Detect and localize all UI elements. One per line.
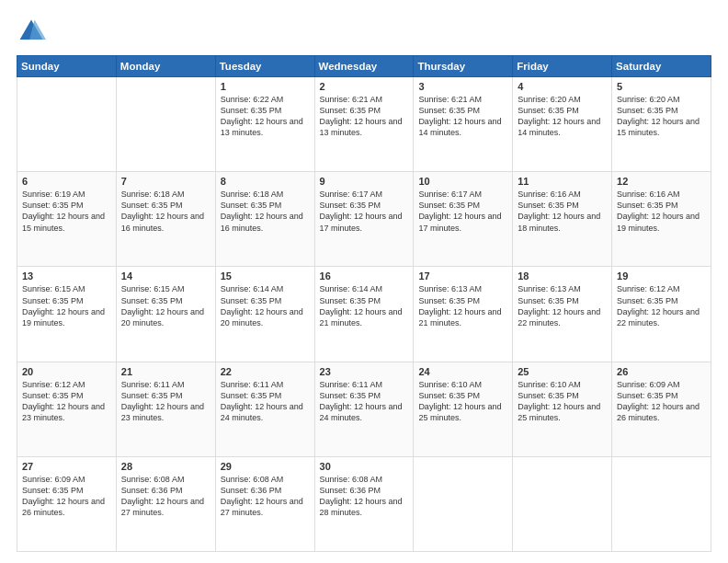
calendar-table: SundayMondayTuesdayWednesdayThursdayFrid…: [17, 55, 711, 552]
weekday-sunday: Sunday: [17, 56, 117, 77]
day-number: 20: [22, 366, 111, 377]
day-number: 14: [121, 270, 210, 282]
day-number: 10: [418, 176, 507, 187]
weekday-tuesday: Tuesday: [215, 56, 314, 77]
weekday-friday: Friday: [513, 56, 612, 77]
logo: [17, 17, 50, 46]
day-number: 23: [320, 366, 409, 377]
day-info: Sunrise: 6:10 AM Sunset: 6:35 PM Dayligh…: [518, 379, 607, 424]
day-info: Sunrise: 6:16 AM Sunset: 6:35 PM Dayligh…: [518, 189, 607, 234]
day-info: Sunrise: 6:21 AM Sunset: 6:35 PM Dayligh…: [320, 94, 409, 139]
week-row-1: 1Sunrise: 6:22 AM Sunset: 6:35 PM Daylig…: [17, 77, 711, 172]
day-number: 29: [221, 461, 310, 472]
calendar-cell: 28Sunrise: 6:08 AM Sunset: 6:36 PM Dayli…: [116, 456, 215, 551]
calendar-cell: [116, 77, 215, 172]
calendar-cell: [414, 456, 513, 551]
day-info: Sunrise: 6:20 AM Sunset: 6:35 PM Dayligh…: [518, 94, 607, 139]
day-info: Sunrise: 6:16 AM Sunset: 6:35 PM Dayligh…: [617, 189, 706, 234]
calendar-cell: 17Sunrise: 6:13 AM Sunset: 6:35 PM Dayli…: [414, 267, 513, 362]
day-number: 9: [320, 176, 409, 187]
day-number: 26: [617, 366, 706, 377]
day-number: 5: [617, 81, 706, 92]
day-number: 12: [617, 176, 706, 187]
day-info: Sunrise: 6:11 AM Sunset: 6:35 PM Dayligh…: [320, 379, 409, 424]
day-info: Sunrise: 6:14 AM Sunset: 6:35 PM Dayligh…: [320, 283, 409, 328]
day-info: Sunrise: 6:17 AM Sunset: 6:35 PM Dayligh…: [418, 189, 507, 234]
week-row-2: 6Sunrise: 6:19 AM Sunset: 6:35 PM Daylig…: [17, 172, 711, 267]
day-info: Sunrise: 6:14 AM Sunset: 6:35 PM Dayligh…: [221, 283, 310, 328]
day-number: 13: [22, 270, 111, 282]
day-number: 27: [22, 461, 111, 472]
day-info: Sunrise: 6:18 AM Sunset: 6:35 PM Dayligh…: [121, 189, 210, 234]
day-info: Sunrise: 6:15 AM Sunset: 6:35 PM Dayligh…: [22, 283, 111, 328]
weekday-wednesday: Wednesday: [314, 56, 414, 77]
day-number: 24: [418, 366, 507, 377]
calendar-cell: 25Sunrise: 6:10 AM Sunset: 6:35 PM Dayli…: [513, 362, 612, 456]
day-number: 30: [320, 461, 409, 472]
day-number: 25: [518, 366, 607, 377]
calendar-cell: 15Sunrise: 6:14 AM Sunset: 6:35 PM Dayli…: [215, 267, 314, 362]
day-info: Sunrise: 6:22 AM Sunset: 6:35 PM Dayligh…: [221, 94, 310, 139]
calendar-cell: 18Sunrise: 6:13 AM Sunset: 6:35 PM Dayli…: [513, 267, 612, 362]
calendar-cell: 26Sunrise: 6:09 AM Sunset: 6:35 PM Dayli…: [612, 362, 711, 456]
week-row-4: 20Sunrise: 6:12 AM Sunset: 6:35 PM Dayli…: [17, 362, 711, 456]
day-number: 11: [518, 176, 607, 187]
day-number: 3: [418, 81, 507, 92]
day-info: Sunrise: 6:11 AM Sunset: 6:35 PM Dayligh…: [221, 379, 310, 424]
day-info: Sunrise: 6:13 AM Sunset: 6:35 PM Dayligh…: [518, 283, 607, 328]
day-info: Sunrise: 6:21 AM Sunset: 6:35 PM Dayligh…: [418, 94, 507, 139]
calendar-cell: 3Sunrise: 6:21 AM Sunset: 6:35 PM Daylig…: [414, 77, 513, 172]
calendar-cell: 24Sunrise: 6:10 AM Sunset: 6:35 PM Dayli…: [414, 362, 513, 456]
calendar-cell: 19Sunrise: 6:12 AM Sunset: 6:35 PM Dayli…: [612, 267, 711, 362]
calendar-cell: 22Sunrise: 6:11 AM Sunset: 6:35 PM Dayli…: [215, 362, 314, 456]
day-info: Sunrise: 6:15 AM Sunset: 6:35 PM Dayligh…: [121, 283, 210, 328]
day-number: 16: [320, 270, 409, 282]
day-number: 15: [221, 270, 310, 282]
calendar-body: 1Sunrise: 6:22 AM Sunset: 6:35 PM Daylig…: [17, 77, 711, 552]
day-info: Sunrise: 6:08 AM Sunset: 6:36 PM Dayligh…: [121, 474, 210, 519]
calendar-cell: 6Sunrise: 6:19 AM Sunset: 6:35 PM Daylig…: [17, 172, 117, 267]
calendar-cell: 16Sunrise: 6:14 AM Sunset: 6:35 PM Dayli…: [314, 267, 414, 362]
day-number: 17: [418, 270, 507, 282]
calendar-cell: 20Sunrise: 6:12 AM Sunset: 6:35 PM Dayli…: [17, 362, 117, 456]
day-number: 28: [121, 461, 210, 472]
day-info: Sunrise: 6:08 AM Sunset: 6:36 PM Dayligh…: [221, 474, 310, 519]
day-info: Sunrise: 6:18 AM Sunset: 6:35 PM Dayligh…: [221, 189, 310, 234]
calendar-cell: 29Sunrise: 6:08 AM Sunset: 6:36 PM Dayli…: [215, 456, 314, 551]
day-number: 18: [518, 270, 607, 282]
day-number: 6: [22, 176, 111, 187]
calendar-cell: 27Sunrise: 6:09 AM Sunset: 6:35 PM Dayli…: [17, 456, 117, 551]
weekday-saturday: Saturday: [612, 56, 711, 77]
day-number: 8: [221, 176, 310, 187]
day-info: Sunrise: 6:20 AM Sunset: 6:35 PM Dayligh…: [617, 94, 706, 139]
day-number: 22: [221, 366, 310, 377]
day-number: 2: [320, 81, 409, 92]
calendar-cell: 2Sunrise: 6:21 AM Sunset: 6:35 PM Daylig…: [314, 77, 414, 172]
day-number: 19: [617, 270, 706, 282]
week-row-3: 13Sunrise: 6:15 AM Sunset: 6:35 PM Dayli…: [17, 267, 711, 362]
calendar-cell: [612, 456, 711, 551]
calendar-cell: 9Sunrise: 6:17 AM Sunset: 6:35 PM Daylig…: [314, 172, 414, 267]
calendar-cell: 11Sunrise: 6:16 AM Sunset: 6:35 PM Dayli…: [513, 172, 612, 267]
calendar-cell: 14Sunrise: 6:15 AM Sunset: 6:35 PM Dayli…: [116, 267, 215, 362]
day-info: Sunrise: 6:08 AM Sunset: 6:36 PM Dayligh…: [320, 474, 409, 519]
calendar-cell: 5Sunrise: 6:20 AM Sunset: 6:35 PM Daylig…: [612, 77, 711, 172]
day-info: Sunrise: 6:12 AM Sunset: 6:35 PM Dayligh…: [22, 379, 111, 424]
day-info: Sunrise: 6:11 AM Sunset: 6:35 PM Dayligh…: [121, 379, 210, 424]
day-info: Sunrise: 6:19 AM Sunset: 6:35 PM Dayligh…: [22, 189, 111, 234]
calendar-cell: 7Sunrise: 6:18 AM Sunset: 6:35 PM Daylig…: [116, 172, 215, 267]
calendar-cell: 10Sunrise: 6:17 AM Sunset: 6:35 PM Dayli…: [414, 172, 513, 267]
calendar-cell: 8Sunrise: 6:18 AM Sunset: 6:35 PM Daylig…: [215, 172, 314, 267]
header: [17, 17, 711, 46]
calendar-cell: 30Sunrise: 6:08 AM Sunset: 6:36 PM Dayli…: [314, 456, 414, 551]
day-info: Sunrise: 6:13 AM Sunset: 6:35 PM Dayligh…: [418, 283, 507, 328]
weekday-header-row: SundayMondayTuesdayWednesdayThursdayFrid…: [17, 56, 711, 77]
weekday-monday: Monday: [116, 56, 215, 77]
calendar-cell: 21Sunrise: 6:11 AM Sunset: 6:35 PM Dayli…: [116, 362, 215, 456]
page: SundayMondayTuesdayWednesdayThursdayFrid…: [0, 0, 728, 563]
day-info: Sunrise: 6:10 AM Sunset: 6:35 PM Dayligh…: [418, 379, 507, 424]
week-row-5: 27Sunrise: 6:09 AM Sunset: 6:35 PM Dayli…: [17, 456, 711, 551]
calendar-cell: 4Sunrise: 6:20 AM Sunset: 6:35 PM Daylig…: [513, 77, 612, 172]
calendar-cell: 13Sunrise: 6:15 AM Sunset: 6:35 PM Dayli…: [17, 267, 117, 362]
day-number: 7: [121, 176, 210, 187]
